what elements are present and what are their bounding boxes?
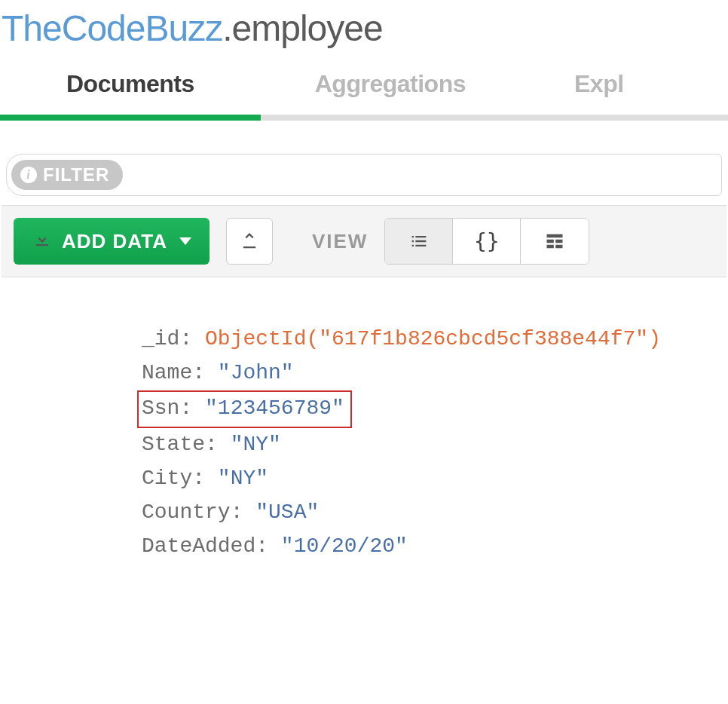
view-table-button[interactable] — [521, 219, 589, 264]
view-json-button[interactable]: {} — [453, 219, 521, 264]
filter-label: FILTER — [43, 164, 109, 185]
tab-aggregations[interactable]: Aggregations — [261, 70, 520, 115]
add-data-button[interactable]: ADD DATA — [14, 218, 210, 265]
database-name: TheCodeBuzz — [2, 8, 222, 48]
colon: : — [192, 361, 218, 384]
info-icon: i — [20, 167, 37, 183]
field-key: Name — [142, 361, 192, 384]
field-value: ObjectId("617f1b826cbcd5cf388e44f7") — [205, 327, 661, 350]
colon: : — [205, 433, 231, 456]
doc-field-row[interactable]: Ssn: "123456789" — [142, 390, 728, 429]
field-value: "10/20/20" — [281, 534, 408, 558]
tab-documents[interactable]: Documents — [0, 70, 261, 115]
tab-bar: Documents Aggregations Expl — [0, 70, 728, 121]
doc-field-row[interactable]: Country: "USA" — [142, 496, 728, 530]
colon: : — [255, 534, 281, 558]
namespace-separator: . — [222, 8, 231, 48]
field-value: "123456789" — [205, 396, 344, 420]
add-data-label: ADD DATA — [62, 230, 167, 253]
filter-bar[interactable]: i FILTER — [6, 154, 722, 196]
field-key: DateAdded — [142, 534, 255, 558]
field-value: "NY" — [231, 433, 281, 456]
field-value: "NY" — [218, 467, 268, 490]
toolbar: ADD DATA VIEW {} — [2, 205, 726, 277]
view-label: VIEW — [312, 230, 368, 253]
colon: : — [179, 327, 205, 350]
view-list-button[interactable] — [385, 219, 453, 264]
doc-field-row[interactable]: DateAdded: "10/20/20" — [142, 530, 728, 564]
tab-explain[interactable]: Expl — [520, 70, 654, 115]
document-view: _id: ObjectId("617f1b826cbcd5cf388e44f7"… — [0, 277, 728, 609]
field-key: State — [142, 433, 205, 456]
filter-region: i FILTER — [0, 121, 728, 205]
header: TheCodeBuzz.employee Documents Aggregati… — [0, 0, 728, 121]
field-key: City — [142, 467, 192, 490]
field-key: _id — [142, 327, 179, 350]
view-toggle-group: {} — [384, 218, 589, 265]
field-key: Country — [142, 500, 231, 524]
download-icon — [32, 228, 53, 254]
doc-field-row[interactable]: _id: ObjectId("617f1b826cbcd5cf388e44f7"… — [142, 323, 728, 357]
caret-down-icon — [179, 237, 191, 245]
colon: : — [231, 500, 256, 524]
field-value: "John" — [218, 361, 294, 384]
braces-icon: {} — [474, 229, 500, 254]
doc-field-row[interactable]: Name: "John" — [142, 357, 728, 390]
doc-field-row[interactable]: State: "NY" — [142, 428, 728, 462]
colon: : — [192, 467, 218, 490]
namespace-title: TheCodeBuzz.employee — [0, 8, 728, 49]
colon: : — [179, 396, 205, 420]
field-value: "USA" — [255, 500, 319, 524]
import-button[interactable] — [226, 218, 273, 265]
field-key: Ssn — [142, 396, 179, 420]
collection-name: employee — [232, 8, 383, 48]
doc-field-row[interactable]: City: "NY" — [142, 462, 728, 496]
filter-pill[interactable]: i FILTER — [11, 160, 123, 190]
